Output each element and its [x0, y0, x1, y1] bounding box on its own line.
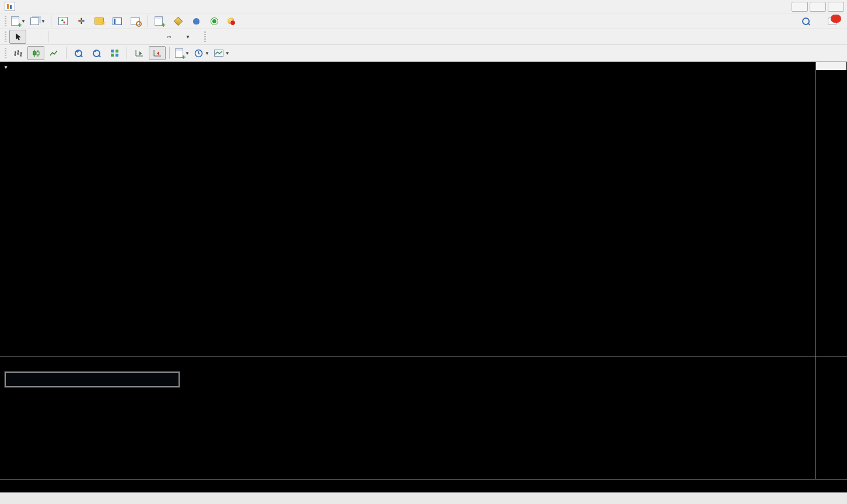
text-button[interactable]	[142, 30, 159, 44]
drawing-toolbar: ▼	[0, 29, 847, 45]
bar-chart-icon	[14, 50, 22, 57]
auto-scroll-icon	[135, 50, 144, 57]
menu-bar	[0, 0, 847, 13]
text-label-button[interactable]	[160, 30, 177, 44]
standard-toolbar: ＋▼ ▼ ▲ ▼ ✛ ★ ＋	[0, 13, 847, 29]
trendline-button[interactable]	[88, 30, 105, 44]
minimize-button[interactable]	[792, 2, 808, 12]
bar-chart-button[interactable]	[9, 46, 26, 60]
candlestick-chart[interactable]	[0, 73, 816, 356]
line-chart-button[interactable]	[46, 46, 62, 60]
text-label-icon	[167, 36, 171, 37]
candlestick-button[interactable]	[27, 46, 44, 60]
terminal-button[interactable]	[109, 14, 126, 28]
chart-toolbar: + - ＋▼ ▼ ▼	[0, 45, 847, 62]
tile-windows-icon	[111, 50, 118, 57]
restore-button[interactable]	[810, 2, 826, 12]
community-person-icon	[193, 18, 200, 24]
current-price-tag	[816, 62, 846, 70]
data-window-button[interactable]: ✛	[73, 14, 90, 28]
crosshair-tool-button[interactable]	[27, 30, 44, 44]
horizontal-line-button[interactable]	[70, 30, 87, 44]
chart-tab-bar	[0, 492, 847, 504]
chat-badge	[831, 15, 841, 23]
templates-button[interactable]: ▼	[212, 46, 232, 60]
toolbar-grip[interactable]	[5, 32, 6, 42]
template-icon	[214, 50, 223, 57]
profiles-button[interactable]: ▼	[29, 14, 47, 28]
cursor-tool-button[interactable]	[9, 30, 26, 44]
signals-button[interactable]	[206, 14, 223, 28]
line-chart-icon	[50, 50, 58, 57]
app-logo-icon	[5, 2, 15, 11]
zoom-out-button[interactable]: -	[88, 46, 105, 60]
arrows-button[interactable]: ▼	[178, 30, 195, 44]
vertical-line-button[interactable]	[52, 30, 69, 44]
strategy-tester-icon	[131, 18, 140, 25]
tile-windows-button[interactable]	[106, 46, 123, 60]
search-button[interactable]	[797, 14, 814, 28]
indicators-icon: ＋	[175, 48, 183, 58]
terminal-icon	[113, 18, 122, 25]
new-chart-button[interactable]: ＋▼	[9, 14, 27, 28]
metaeditor-button[interactable]	[170, 14, 187, 28]
chat-icon	[828, 18, 837, 25]
autotrade-button[interactable]	[224, 14, 241, 28]
chart-title: ▼	[4, 65, 20, 70]
chart-shift-button[interactable]	[149, 46, 166, 60]
auto-scroll-button[interactable]	[131, 46, 148, 60]
market-watch-icon: ▲ ▼	[58, 17, 68, 25]
navigator-folder-icon: ★	[94, 18, 104, 24]
new-order-icon: ＋	[155, 16, 163, 26]
chat-button[interactable]	[824, 14, 841, 28]
zoom-out-icon: -	[93, 50, 100, 57]
navigator-button[interactable]: ★	[91, 14, 108, 28]
channel-button[interactable]	[106, 30, 123, 44]
chart-shift-icon	[153, 50, 162, 57]
new-chart-icon: ＋	[11, 16, 19, 26]
toolbar-grip[interactable]	[5, 16, 6, 26]
search-icon	[802, 18, 810, 25]
cursor-icon	[15, 33, 22, 41]
market-watch-button[interactable]: ▲ ▼	[55, 14, 72, 28]
time-axis-line	[0, 479, 847, 480]
zoom-in-icon: +	[75, 50, 82, 57]
profiles-icon	[30, 18, 39, 25]
close-button[interactable]	[828, 2, 844, 12]
clock-icon	[194, 49, 203, 58]
signals-icon	[212, 19, 216, 23]
candlestick-icon	[32, 50, 40, 57]
periods-button[interactable]: ▼	[192, 46, 211, 60]
indicator-info-panel	[5, 372, 180, 387]
price-axis-line	[816, 62, 816, 480]
community-button[interactable]	[188, 14, 205, 28]
fibonacci-button[interactable]	[124, 30, 141, 44]
indicators-button[interactable]: ＋▼	[173, 46, 191, 60]
toolbar-grip[interactable]	[5, 48, 6, 58]
metaeditor-icon	[174, 16, 183, 26]
zoom-in-button[interactable]: +	[70, 46, 87, 60]
chart-dropdown-icon[interactable]: ▼	[4, 65, 8, 70]
autotrade-icon	[228, 18, 235, 24]
chart-area[interactable]: ▼	[0, 62, 847, 492]
crosshair-icon: ✛	[78, 17, 85, 25]
strategy-tester-button[interactable]	[127, 14, 144, 28]
new-order-button[interactable]: ＋	[152, 14, 169, 28]
toolbar-grip[interactable]	[204, 32, 206, 42]
